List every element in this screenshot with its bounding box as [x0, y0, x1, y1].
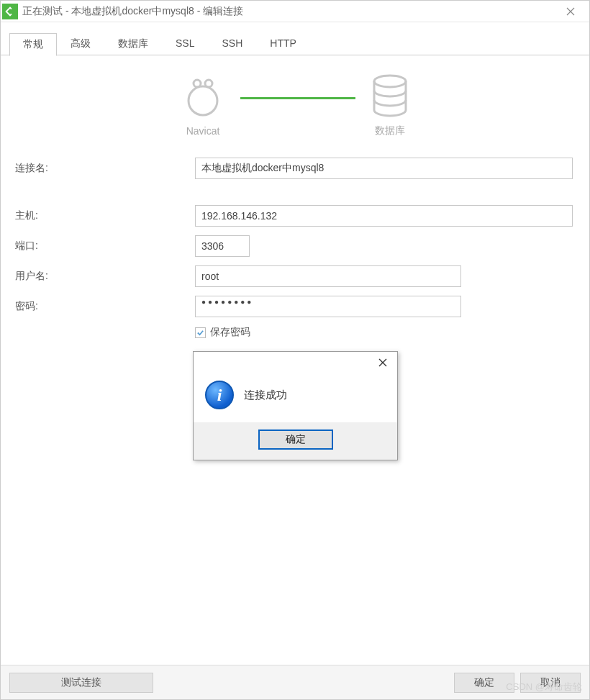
user-label: 用户名: — [15, 270, 195, 283]
svg-point-2 — [205, 80, 212, 87]
tab-http[interactable]: HTTP — [256, 32, 310, 55]
info-icon: i — [205, 381, 234, 409]
port-input[interactable] — [195, 235, 250, 257]
save-password-label: 保存密码 — [210, 326, 250, 339]
connection-line-icon — [240, 97, 355, 99]
ok-button[interactable]: 确定 — [454, 673, 514, 693]
navicat-label: Navicat — [186, 125, 220, 137]
host-input[interactable] — [195, 205, 573, 227]
tab-bar: 常规 高级 数据库 SSL SSH HTTP — [1, 22, 589, 55]
cancel-button[interactable]: 取消 — [520, 673, 581, 693]
message-dialog: i 连接成功 确定 — [193, 351, 398, 460]
dialog-message: 连接成功 — [244, 388, 287, 402]
save-password-checkbox[interactable] — [195, 327, 206, 338]
tab-ssh[interactable]: SSH — [208, 32, 256, 55]
database-icon — [370, 73, 410, 119]
navicat-icon — [180, 73, 226, 119]
window-title: 正在测试 - 本地虚拟机docker中mysql8 - 编辑连接 — [22, 5, 556, 18]
connection-name-label: 连接名: — [15, 162, 195, 175]
port-label: 端口: — [15, 240, 195, 253]
username-input[interactable] — [195, 265, 461, 287]
test-connection-button[interactable]: 测试连接 — [9, 673, 153, 693]
tab-ssl[interactable]: SSL — [162, 32, 208, 55]
close-icon[interactable] — [556, 1, 585, 22]
tab-advanced[interactable]: 高级 — [57, 32, 104, 55]
tab-database[interactable]: 数据库 — [104, 32, 162, 55]
svg-point-3 — [374, 76, 406, 87]
host-label: 主机: — [15, 209, 195, 222]
dialog-close-icon[interactable] — [373, 354, 393, 371]
app-icon — [2, 4, 18, 19]
connection-diagram: Navicat 数据库 — [15, 73, 575, 137]
svg-point-0 — [189, 86, 217, 115]
svg-point-1 — [194, 80, 201, 87]
dialog-ok-button[interactable]: 确定 — [258, 429, 333, 450]
database-label: 数据库 — [375, 124, 405, 137]
password-label: 密码: — [15, 300, 195, 313]
connection-name-input[interactable] — [195, 158, 573, 179]
dialog-titlebar — [194, 352, 397, 373]
footer: 测试连接 确定 取消 — [1, 665, 589, 699]
titlebar: 正在测试 - 本地虚拟机docker中mysql8 - 编辑连接 — [1, 1, 589, 22]
password-input[interactable]: ●●●●●●●● — [195, 296, 461, 317]
tab-general[interactable]: 常规 — [9, 33, 57, 56]
